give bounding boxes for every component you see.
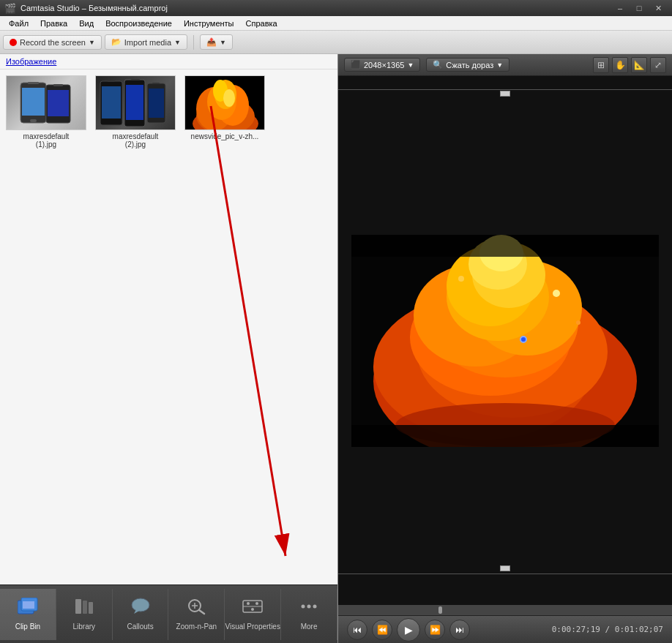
rewind-button[interactable]: ⏪ xyxy=(372,620,392,640)
preview-icon-1[interactable]: ⊞ xyxy=(593,57,609,73)
tab-more-label: More xyxy=(301,623,318,631)
preview-toolbar: ⬛ 2048×1365 ▼ 🔍 Сжать дораз ▼ ⊞ ✋ 📐 ⤢ xyxy=(338,54,672,76)
fast-forward-button[interactable]: ⏩ xyxy=(425,620,445,640)
svg-point-42 xyxy=(302,605,305,609)
preview-scrollbar[interactable] xyxy=(338,605,672,615)
media-label-2: maxresdefault(2).jpg xyxy=(113,132,159,148)
svg-point-39 xyxy=(247,602,250,605)
svg-point-58 xyxy=(553,290,560,297)
more-icon xyxy=(299,598,319,620)
menu-file[interactable]: Файл xyxy=(3,18,34,29)
zoom-n-pan-icon xyxy=(186,598,206,620)
tab-more[interactable]: More xyxy=(281,589,337,640)
import-dropdown-icon: ▼ xyxy=(174,39,181,46)
svg-point-24 xyxy=(223,89,235,107)
media-thumb-2 xyxy=(95,75,176,130)
svg-line-34 xyxy=(199,610,204,614)
zoom-button[interactable]: 🔍 Сжать дораз ▼ xyxy=(426,58,509,72)
menu-help[interactable]: Справка xyxy=(240,18,283,29)
close-button[interactable]: ✕ xyxy=(649,1,668,15)
media-item-1[interactable]: maxresdefault(1).jpg xyxy=(6,75,86,148)
top-handle[interactable] xyxy=(500,91,510,97)
svg-rect-1 xyxy=(22,88,45,116)
media-item-3[interactable]: newsvide_pic_v-zh... xyxy=(184,75,265,148)
svg-point-40 xyxy=(251,608,254,611)
tab-callouts-label: Callouts xyxy=(127,623,154,631)
menu-edit[interactable]: Правка xyxy=(34,18,73,29)
tab-zoom-n-pan[interactable]: Zoom-n-Pan xyxy=(168,589,225,640)
record-screen-button[interactable]: Record the screen ▼ xyxy=(3,35,102,50)
preview-icon-4[interactable]: ⤢ xyxy=(650,57,666,73)
skip-to-end-button[interactable]: ⏭ xyxy=(449,620,470,640)
tab-zoom-n-pan-label: Zoom-n-Pan xyxy=(176,623,217,631)
media-thumb-3 xyxy=(184,75,265,130)
tab-library-label: Library xyxy=(72,623,95,631)
bottom-handle[interactable] xyxy=(500,565,510,571)
produce-button[interactable]: 📤 ▼ xyxy=(200,34,233,50)
tab-visual-properties[interactable]: Visual Properties xyxy=(225,589,281,640)
preview-icon-3[interactable]: 📐 xyxy=(631,57,647,73)
media-grid: maxresdefault(1).jpg xyxy=(0,69,337,154)
import-media-button[interactable]: 📂 Import media ▼ xyxy=(105,34,187,50)
phone1-svg xyxy=(17,79,75,127)
left-panel: Изображение xyxy=(0,54,338,643)
media-label-1: maxresdefault(1).jpg xyxy=(23,132,70,148)
app-icon: 🎬 xyxy=(4,3,16,14)
svg-point-41 xyxy=(255,602,258,605)
preview-icon-buttons: ⊞ ✋ 📐 ⤢ xyxy=(593,57,666,73)
svg-point-59 xyxy=(458,276,464,282)
maximize-button[interactable]: □ xyxy=(630,1,649,15)
main-content: Изображение xyxy=(0,54,672,643)
svg-rect-12 xyxy=(131,79,140,80)
tab-clip-bin-label: Clip Bin xyxy=(15,623,40,631)
svg-point-44 xyxy=(313,605,317,609)
svg-rect-15 xyxy=(152,83,160,84)
media-label-3: newsvide_pic_v-zh... xyxy=(191,132,259,140)
svg-rect-3 xyxy=(30,119,37,122)
record-dot-icon xyxy=(10,39,17,46)
scroll-thumb[interactable] xyxy=(438,606,442,614)
title-bar: 🎬 Camtasia Studio – Безымянный.camproj –… xyxy=(0,0,672,16)
toolbar-separator xyxy=(193,35,194,50)
svg-rect-28 xyxy=(75,599,81,614)
zoom-value: Сжать дораз xyxy=(446,61,493,69)
minimize-button[interactable]: – xyxy=(611,1,630,15)
svg-point-43 xyxy=(307,605,311,609)
preview-icon-2[interactable]: ✋ xyxy=(612,57,628,73)
window-title: Camtasia Studio – Безымянный.camproj xyxy=(20,4,611,12)
phone2-svg xyxy=(99,78,172,129)
svg-rect-62 xyxy=(351,235,659,257)
media-area: Изображение xyxy=(0,54,337,584)
svg-rect-29 xyxy=(83,601,87,614)
tab-callouts[interactable]: Callouts xyxy=(113,589,169,640)
phone2-thumbnail xyxy=(96,76,175,129)
svg-rect-5 xyxy=(48,90,69,116)
visual-properties-icon xyxy=(242,598,263,620)
svg-rect-2 xyxy=(28,82,39,84)
preview-canvas xyxy=(338,76,672,605)
fire-image-container xyxy=(351,235,659,447)
svg-rect-63 xyxy=(351,425,659,447)
record-dropdown-icon: ▼ xyxy=(89,39,95,46)
right-panel: ⬛ 2048×1365 ▼ 🔍 Сжать дораз ▼ ⊞ ✋ 📐 ⤢ xyxy=(338,54,672,643)
media-thumb-1 xyxy=(6,75,86,130)
media-header[interactable]: Изображение xyxy=(0,54,337,69)
play-button[interactable]: ▶ xyxy=(397,618,420,642)
media-item-2[interactable]: maxresdefault(2).jpg xyxy=(95,75,176,148)
skip-to-start-button[interactable]: ⏮ xyxy=(347,620,367,640)
toolbar: Record the screen ▼ 📂 Import media ▼ 📤 ▼ xyxy=(0,31,672,54)
library-icon xyxy=(74,598,94,620)
fire-svg xyxy=(185,76,264,129)
tab-clip-bin[interactable]: Clip Bin xyxy=(0,589,56,640)
blue-dot xyxy=(520,336,527,343)
svg-rect-30 xyxy=(89,602,93,614)
produce-icon: 📤 xyxy=(206,37,217,47)
callouts-icon xyxy=(130,598,151,620)
tab-library[interactable]: Library xyxy=(56,589,113,640)
menu-tools[interactable]: Инструменты xyxy=(178,18,240,29)
svg-point-60 xyxy=(576,320,580,325)
resolution-button[interactable]: ⬛ 2048×1365 ▼ xyxy=(344,58,420,72)
import-icon: 📂 xyxy=(111,37,122,47)
menu-playback[interactable]: Воспроизведение xyxy=(100,18,178,29)
menu-view[interactable]: Вид xyxy=(73,18,100,29)
